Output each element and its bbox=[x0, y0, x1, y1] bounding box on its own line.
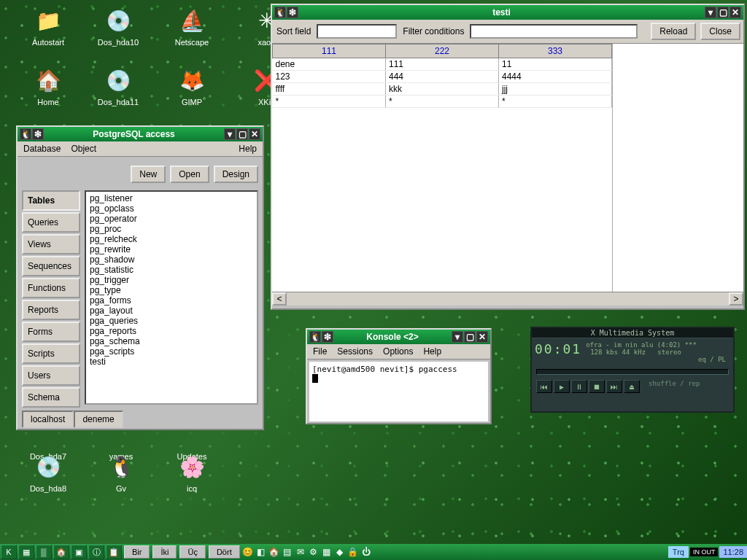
list-item[interactable]: pg_opclass bbox=[88, 203, 255, 214]
list-item[interactable]: pg_statistic bbox=[88, 265, 255, 275]
stop-button[interactable]: ⏹ bbox=[589, 380, 605, 393]
list-item[interactable]: pga_reports bbox=[88, 326, 255, 336]
home-icon[interactable]: 🏠 bbox=[53, 545, 69, 559]
tab-sequences[interactable]: Sequences bbox=[22, 256, 80, 276]
play-button[interactable]: ▶ bbox=[554, 380, 570, 393]
xmms-player[interactable]: X Multimedia System 00:01 ofra - im nin … bbox=[530, 327, 735, 413]
desktop-icon-dos_hda8[interactable]: 💿Dos_hda8 bbox=[15, 452, 81, 493]
xmms-title[interactable]: X Multimedia System bbox=[532, 328, 733, 338]
menu-sessions[interactable]: Sessions bbox=[337, 346, 373, 357]
menu-object[interactable]: Object bbox=[71, 144, 96, 154]
list-item[interactable]: pg_trigger bbox=[88, 275, 255, 285]
minimize-icon[interactable]: ▾ bbox=[224, 128, 236, 140]
menu-options[interactable]: Options bbox=[383, 346, 413, 357]
column-header[interactable]: 111 bbox=[273, 44, 386, 58]
wm-menu-icon[interactable]: ❇ bbox=[322, 331, 333, 343]
scroll-left-icon[interactable]: < bbox=[272, 292, 287, 306]
pause-button[interactable]: ⏸ bbox=[571, 380, 587, 393]
minimize-icon[interactable]: ▾ bbox=[705, 7, 716, 18]
tab-forms[interactable]: Forms bbox=[22, 322, 80, 342]
list-item[interactable]: pg_operator bbox=[88, 214, 255, 224]
menu-file[interactable]: File bbox=[313, 346, 327, 357]
maximize-icon[interactable]: ▢ bbox=[236, 128, 248, 140]
table-cell[interactable]: 111 bbox=[386, 58, 499, 71]
desktop-icon-netscape[interactable]: ⛵Netscape bbox=[159, 6, 225, 47]
table-row[interactable]: ffffkkkjjj bbox=[273, 83, 612, 96]
open-button[interactable]: Open bbox=[170, 166, 209, 183]
tab-reports[interactable]: Reports bbox=[22, 300, 80, 320]
wm-sticky-icon[interactable]: 🐧 bbox=[274, 7, 286, 18]
close-button[interactable]: Close bbox=[700, 23, 740, 40]
tray-app-icon[interactable]: ◧ bbox=[255, 546, 267, 558]
table-cell[interactable]: kkk bbox=[386, 83, 499, 96]
table-cell[interactable]: 444 bbox=[386, 71, 499, 83]
tab-functions[interactable]: Functions bbox=[22, 278, 80, 298]
tab-tables[interactable]: Tables bbox=[22, 190, 80, 211]
new-button[interactable]: New bbox=[131, 166, 166, 183]
list-item[interactable]: pg_relcheck bbox=[88, 234, 255, 244]
list-item[interactable]: testi bbox=[88, 357, 255, 367]
tray-flag-icon[interactable]: ▦ bbox=[321, 546, 333, 558]
tab-scripts[interactable]: Scripts bbox=[22, 343, 80, 364]
list-item[interactable]: pg_rewrite bbox=[88, 244, 255, 254]
scroll-track[interactable] bbox=[287, 292, 729, 306]
table-row[interactable]: 1234444444 bbox=[273, 71, 612, 83]
desktop-pager-i̇ki[interactable]: İki bbox=[152, 545, 177, 559]
eject-button[interactable]: ⏏ bbox=[624, 380, 640, 393]
tray-doc-icon[interactable]: ▤ bbox=[282, 546, 293, 558]
tray-lock-icon[interactable]: 🔒 bbox=[347, 546, 359, 558]
menu-database[interactable]: Database bbox=[23, 144, 61, 154]
table-cell[interactable]: 123 bbox=[273, 71, 386, 83]
wm-sticky-icon[interactable]: 🐧 bbox=[309, 331, 321, 343]
net-monitor[interactable]: IN OUT bbox=[690, 548, 719, 556]
eq-pl[interactable]: eq / PL bbox=[698, 356, 726, 363]
desktop-pager-bir[interactable]: Bir bbox=[124, 545, 150, 559]
list-item[interactable]: pg_shadow bbox=[88, 254, 255, 265]
testi-titlebar[interactable]: 🐧 ❇ testi ▾ ▢ ✕ bbox=[272, 5, 743, 20]
table-cell[interactable]: * bbox=[386, 96, 499, 108]
list-item[interactable]: pga_forms bbox=[88, 295, 255, 306]
maximize-icon[interactable]: ▢ bbox=[464, 331, 476, 343]
desktop-icon-dos_hda11[interactable]: 💿Dos_hda11 bbox=[85, 66, 151, 106]
list-item[interactable]: pga_queries bbox=[88, 316, 255, 326]
tray-tool-icon[interactable]: ⚙ bbox=[308, 546, 320, 558]
konsole-titlebar[interactable]: 🐧 ❇ Konsole <2> ▾ ▢ ✕ bbox=[307, 330, 490, 344]
window-list-icon[interactable]: ▦ bbox=[18, 545, 34, 559]
wm-menu-icon[interactable]: ❇ bbox=[32, 128, 44, 140]
desktop-pager-üç[interactable]: Üç bbox=[179, 545, 205, 559]
tray-misc-icon[interactable]: ◆ bbox=[334, 546, 346, 558]
menu-help[interactable]: Help bbox=[239, 144, 257, 154]
tray-house-icon[interactable]: 🏠 bbox=[268, 546, 280, 558]
tray-smile-icon[interactable]: 😊 bbox=[242, 546, 254, 558]
seek-slider[interactable] bbox=[536, 369, 729, 375]
design-button[interactable]: Design bbox=[214, 166, 258, 183]
desktop-icon-autostart[interactable]: 📁Autostart bbox=[15, 6, 81, 47]
wm-sticky-icon[interactable]: 🐧 bbox=[20, 128, 31, 140]
desktop-icon-icq[interactable]: 🌸icq bbox=[159, 452, 225, 493]
info-icon[interactable]: ⓘ bbox=[88, 545, 104, 559]
list-item[interactable]: pga_scripts bbox=[88, 346, 255, 357]
list-item[interactable]: pg_type bbox=[88, 285, 255, 295]
list-item[interactable]: pg_listener bbox=[88, 193, 255, 203]
desktop-icon-gv[interactable]: 🐧Gv bbox=[88, 452, 154, 493]
tray-exit-icon[interactable]: ⏻ bbox=[360, 546, 372, 558]
keyboard-layout[interactable]: Trq bbox=[668, 546, 689, 558]
hscrollbar[interactable]: < > bbox=[272, 292, 743, 306]
tab-queries[interactable]: Queries bbox=[22, 212, 80, 233]
column-header[interactable]: 333 bbox=[499, 44, 612, 58]
shuffle-repeat[interactable]: shuffle / rep bbox=[644, 378, 700, 395]
tab-schema[interactable]: Schema bbox=[22, 387, 80, 408]
maximize-icon[interactable]: ▢ bbox=[717, 7, 729, 18]
desktop-pager-dört[interactable]: Dört bbox=[209, 545, 240, 559]
table-cell[interactable]: jjj bbox=[499, 83, 612, 96]
table-cell[interactable]: dene bbox=[273, 58, 386, 71]
next-button[interactable]: ⏭ bbox=[606, 380, 622, 393]
clipboard-icon[interactable]: 📋 bbox=[106, 545, 122, 559]
menu-help[interactable]: Help bbox=[423, 346, 441, 357]
desktop-icon-dos_hda10[interactable]: 💿Dos_hda10 bbox=[85, 6, 151, 47]
table-cell[interactable]: * bbox=[273, 96, 386, 108]
tab-users[interactable]: Users bbox=[22, 365, 80, 386]
minimize-icon[interactable]: ▾ bbox=[452, 331, 463, 343]
object-list[interactable]: pg_listenerpg_opclasspg_operatorpg_procp… bbox=[85, 190, 258, 405]
list-item[interactable]: pg_proc bbox=[88, 224, 255, 234]
